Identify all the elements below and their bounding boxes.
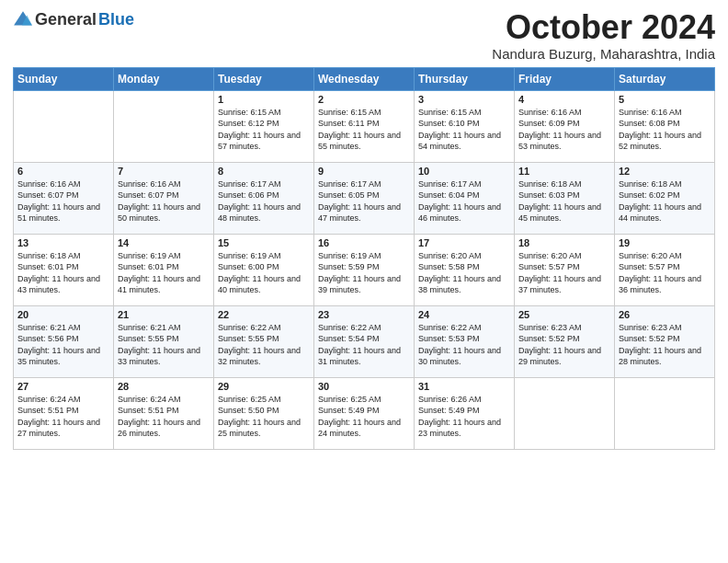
cell-4-0: 27Sunrise: 6:24 AMSunset: 5:51 PMDayligh… xyxy=(14,377,114,449)
cell-1-3: 9Sunrise: 6:17 AMSunset: 6:05 PMDaylight… xyxy=(314,162,415,234)
day-num-0-5: 4 xyxy=(518,94,610,105)
day-num-0-6: 5 xyxy=(619,94,711,105)
cell-0-1 xyxy=(114,90,214,162)
day-num-1-2: 8 xyxy=(218,166,310,177)
cell-info-3-5: Sunrise: 6:23 AMSunset: 5:52 PMDaylight:… xyxy=(518,322,610,368)
cell-info-4-3: Sunrise: 6:25 AMSunset: 5:49 PMDaylight:… xyxy=(318,394,410,440)
cell-4-3: 30Sunrise: 6:25 AMSunset: 5:49 PMDayligh… xyxy=(314,377,415,449)
day-num-3-0: 20 xyxy=(17,309,109,320)
cell-info-2-5: Sunrise: 6:20 AMSunset: 5:57 PMDaylight:… xyxy=(518,250,610,296)
cell-0-3: 2Sunrise: 6:15 AMSunset: 6:11 PMDaylight… xyxy=(314,90,415,162)
cell-2-2: 15Sunrise: 6:19 AMSunset: 6:00 PMDayligh… xyxy=(214,234,314,305)
cell-3-3: 23Sunrise: 6:22 AMSunset: 5:54 PMDayligh… xyxy=(314,305,415,377)
cell-info-4-2: Sunrise: 6:25 AMSunset: 5:50 PMDaylight:… xyxy=(218,394,310,440)
cell-info-0-5: Sunrise: 6:16 AMSunset: 6:09 PMDaylight:… xyxy=(518,107,610,153)
cell-info-3-2: Sunrise: 6:22 AMSunset: 5:55 PMDaylight:… xyxy=(218,322,310,368)
cell-info-1-3: Sunrise: 6:17 AMSunset: 6:05 PMDaylight:… xyxy=(318,178,410,224)
cell-3-6: 26Sunrise: 6:23 AMSunset: 5:52 PMDayligh… xyxy=(615,305,715,377)
cell-info-2-2: Sunrise: 6:19 AMSunset: 6:00 PMDaylight:… xyxy=(218,250,310,296)
month-title: October 2024 xyxy=(492,9,715,46)
week-row-4: 27Sunrise: 6:24 AMSunset: 5:51 PMDayligh… xyxy=(14,377,715,449)
cell-2-0: 13Sunrise: 6:18 AMSunset: 6:01 PMDayligh… xyxy=(14,234,114,305)
day-num-2-1: 14 xyxy=(118,237,210,248)
cell-4-1: 28Sunrise: 6:24 AMSunset: 5:51 PMDayligh… xyxy=(114,377,214,449)
header-wednesday: Wednesday xyxy=(314,67,415,90)
cell-info-1-6: Sunrise: 6:18 AMSunset: 6:02 PMDaylight:… xyxy=(619,178,711,224)
cell-1-0: 6Sunrise: 6:16 AMSunset: 6:07 PMDaylight… xyxy=(14,162,114,234)
day-num-4-0: 27 xyxy=(17,381,109,392)
day-num-3-6: 26 xyxy=(619,309,711,320)
day-num-1-4: 10 xyxy=(418,166,510,177)
day-num-4-3: 30 xyxy=(318,381,410,392)
cell-0-6: 5Sunrise: 6:16 AMSunset: 6:08 PMDaylight… xyxy=(615,90,715,162)
day-num-0-2: 1 xyxy=(218,94,310,105)
day-num-3-4: 24 xyxy=(418,309,510,320)
day-num-0-4: 3 xyxy=(418,94,510,105)
day-num-2-5: 18 xyxy=(518,237,610,248)
cell-info-0-6: Sunrise: 6:16 AMSunset: 6:08 PMDaylight:… xyxy=(619,107,711,153)
day-num-1-0: 6 xyxy=(17,166,109,177)
cell-2-1: 14Sunrise: 6:19 AMSunset: 6:01 PMDayligh… xyxy=(114,234,214,305)
logo-general: General xyxy=(35,10,97,29)
cell-0-2: 1Sunrise: 6:15 AMSunset: 6:12 PMDaylight… xyxy=(214,90,314,162)
cell-2-4: 17Sunrise: 6:20 AMSunset: 5:58 PMDayligh… xyxy=(415,234,515,305)
cell-3-2: 22Sunrise: 6:22 AMSunset: 5:55 PMDayligh… xyxy=(214,305,314,377)
cell-info-1-1: Sunrise: 6:16 AMSunset: 6:07 PMDaylight:… xyxy=(118,178,210,224)
cell-1-5: 11Sunrise: 6:18 AMSunset: 6:03 PMDayligh… xyxy=(515,162,615,234)
day-num-4-4: 31 xyxy=(418,381,510,392)
day-num-1-6: 12 xyxy=(619,166,711,177)
logo-blue: Blue xyxy=(98,10,134,29)
day-num-0-3: 2 xyxy=(318,94,410,105)
cell-1-1: 7Sunrise: 6:16 AMSunset: 6:07 PMDaylight… xyxy=(114,162,214,234)
day-num-2-3: 16 xyxy=(318,237,410,248)
day-num-1-5: 11 xyxy=(518,166,610,177)
day-num-3-5: 25 xyxy=(518,309,610,320)
day-num-4-1: 28 xyxy=(118,381,210,392)
header-sunday: Sunday xyxy=(14,67,114,90)
cell-0-4: 3Sunrise: 6:15 AMSunset: 6:10 PMDaylight… xyxy=(415,90,515,162)
day-num-3-3: 23 xyxy=(318,309,410,320)
weekday-header-row: Sunday Monday Tuesday Wednesday Thursday… xyxy=(14,67,715,90)
cell-1-6: 12Sunrise: 6:18 AMSunset: 6:02 PMDayligh… xyxy=(615,162,715,234)
cell-info-4-0: Sunrise: 6:24 AMSunset: 5:51 PMDaylight:… xyxy=(17,394,109,440)
header-tuesday: Tuesday xyxy=(214,67,314,90)
calendar-table: Sunday Monday Tuesday Wednesday Thursday… xyxy=(13,67,715,450)
cell-info-2-4: Sunrise: 6:20 AMSunset: 5:58 PMDaylight:… xyxy=(418,250,510,296)
title-area: October 2024 Nandura Buzurg, Maharashtra… xyxy=(492,9,715,62)
cell-info-0-4: Sunrise: 6:15 AMSunset: 6:10 PMDaylight:… xyxy=(418,107,510,153)
day-num-2-0: 13 xyxy=(17,237,109,248)
cell-2-6: 19Sunrise: 6:20 AMSunset: 5:57 PMDayligh… xyxy=(615,234,715,305)
week-row-2: 13Sunrise: 6:18 AMSunset: 6:01 PMDayligh… xyxy=(14,234,715,305)
day-num-2-2: 15 xyxy=(218,237,310,248)
cell-info-0-2: Sunrise: 6:15 AMSunset: 6:12 PMDaylight:… xyxy=(218,107,310,153)
cell-info-2-0: Sunrise: 6:18 AMSunset: 6:01 PMDaylight:… xyxy=(17,250,109,296)
cell-info-3-4: Sunrise: 6:22 AMSunset: 5:53 PMDaylight:… xyxy=(418,322,510,368)
cell-3-0: 20Sunrise: 6:21 AMSunset: 5:56 PMDayligh… xyxy=(14,305,114,377)
cell-info-1-4: Sunrise: 6:17 AMSunset: 6:04 PMDaylight:… xyxy=(418,178,510,224)
cell-4-5 xyxy=(515,377,615,449)
cell-info-3-3: Sunrise: 6:22 AMSunset: 5:54 PMDaylight:… xyxy=(318,322,410,368)
cell-3-5: 25Sunrise: 6:23 AMSunset: 5:52 PMDayligh… xyxy=(515,305,615,377)
cell-3-1: 21Sunrise: 6:21 AMSunset: 5:55 PMDayligh… xyxy=(114,305,214,377)
header-friday: Friday xyxy=(515,67,615,90)
day-num-1-3: 9 xyxy=(318,166,410,177)
cell-4-2: 29Sunrise: 6:25 AMSunset: 5:50 PMDayligh… xyxy=(214,377,314,449)
day-num-2-6: 19 xyxy=(619,237,711,248)
cell-info-1-0: Sunrise: 6:16 AMSunset: 6:07 PMDaylight:… xyxy=(17,178,109,224)
day-num-1-1: 7 xyxy=(118,166,210,177)
cell-3-4: 24Sunrise: 6:22 AMSunset: 5:53 PMDayligh… xyxy=(415,305,515,377)
cell-1-2: 8Sunrise: 6:17 AMSunset: 6:06 PMDaylight… xyxy=(214,162,314,234)
cell-info-2-1: Sunrise: 6:19 AMSunset: 6:01 PMDaylight:… xyxy=(118,250,210,296)
day-num-3-2: 22 xyxy=(218,309,310,320)
day-num-4-2: 29 xyxy=(218,381,310,392)
cell-info-1-5: Sunrise: 6:18 AMSunset: 6:03 PMDaylight:… xyxy=(518,178,610,224)
logo: General Blue xyxy=(13,9,134,29)
cell-2-5: 18Sunrise: 6:20 AMSunset: 5:57 PMDayligh… xyxy=(515,234,615,305)
cell-info-3-1: Sunrise: 6:21 AMSunset: 5:55 PMDaylight:… xyxy=(118,322,210,368)
cell-info-2-3: Sunrise: 6:19 AMSunset: 5:59 PMDaylight:… xyxy=(318,250,410,296)
header-saturday: Saturday xyxy=(615,67,715,90)
cell-1-4: 10Sunrise: 6:17 AMSunset: 6:04 PMDayligh… xyxy=(415,162,515,234)
day-num-2-4: 17 xyxy=(418,237,510,248)
logo-area: General Blue xyxy=(13,9,134,29)
cell-info-2-6: Sunrise: 6:20 AMSunset: 5:57 PMDaylight:… xyxy=(619,250,711,296)
